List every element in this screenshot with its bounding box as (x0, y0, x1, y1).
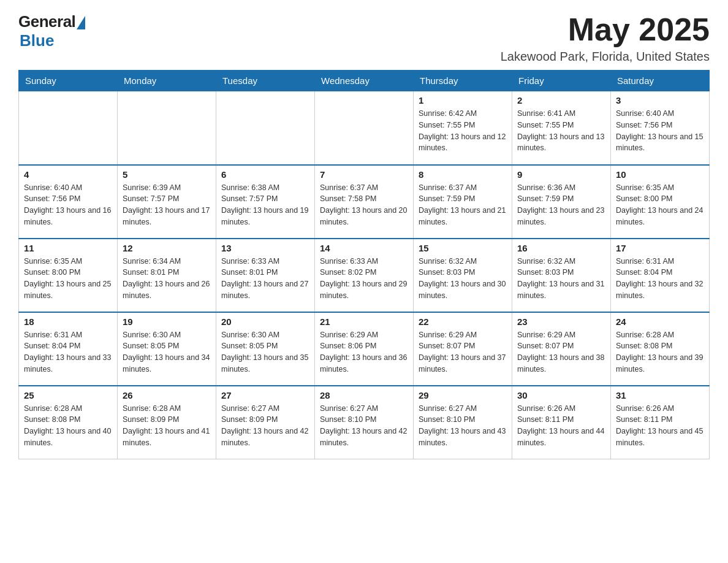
day-number: 28 (320, 390, 408, 400)
calendar-cell: 1Sunrise: 6:42 AM Sunset: 7:55 PM Daylig… (414, 91, 512, 165)
day-number: 23 (517, 316, 605, 327)
day-info: Sunrise: 6:40 AM Sunset: 7:56 PM Dayligh… (616, 108, 704, 154)
day-number: 15 (419, 243, 507, 253)
day-number: 5 (123, 169, 211, 180)
day-number: 29 (419, 390, 507, 400)
weekday-header-wednesday: Wednesday (315, 71, 414, 91)
day-number: 9 (517, 169, 605, 180)
calendar-cell: 25Sunrise: 6:28 AM Sunset: 8:08 PM Dayli… (19, 386, 118, 459)
day-info: Sunrise: 6:32 AM Sunset: 8:03 PM Dayligh… (517, 256, 605, 302)
logo-triangle-icon (77, 16, 85, 29)
day-info: Sunrise: 6:28 AM Sunset: 8:09 PM Dayligh… (123, 403, 211, 449)
day-info: Sunrise: 6:33 AM Sunset: 8:01 PM Dayligh… (221, 256, 309, 302)
logo-general-text: General (18, 12, 75, 31)
day-info: Sunrise: 6:31 AM Sunset: 8:04 PM Dayligh… (24, 329, 112, 375)
calendar-cell: 2Sunrise: 6:41 AM Sunset: 7:55 PM Daylig… (512, 91, 611, 165)
calendar-cell: 29Sunrise: 6:27 AM Sunset: 8:10 PM Dayli… (414, 386, 512, 459)
day-number: 25 (24, 390, 112, 400)
day-number: 17 (616, 243, 704, 253)
calendar-cell: 15Sunrise: 6:32 AM Sunset: 8:03 PM Dayli… (414, 239, 512, 312)
day-number: 20 (221, 316, 309, 327)
day-number: 7 (320, 169, 408, 180)
day-info: Sunrise: 6:26 AM Sunset: 8:11 PM Dayligh… (517, 403, 605, 449)
weekday-header-thursday: Thursday (414, 71, 512, 91)
calendar-cell: 28Sunrise: 6:27 AM Sunset: 8:10 PM Dayli… (315, 386, 414, 459)
day-info: Sunrise: 6:34 AM Sunset: 8:01 PM Dayligh… (123, 256, 211, 302)
weekday-header-tuesday: Tuesday (216, 71, 315, 91)
calendar-cell: 26Sunrise: 6:28 AM Sunset: 8:09 PM Dayli… (118, 386, 216, 459)
logo-blue-text: Blue (20, 31, 54, 50)
calendar-cell: 22Sunrise: 6:29 AM Sunset: 8:07 PM Dayli… (414, 312, 512, 386)
calendar-cell (216, 91, 315, 165)
day-number: 27 (221, 390, 309, 400)
day-number: 10 (616, 169, 704, 180)
calendar-week-row: 1Sunrise: 6:42 AM Sunset: 7:55 PM Daylig… (19, 91, 710, 165)
day-info: Sunrise: 6:29 AM Sunset: 8:06 PM Dayligh… (320, 329, 408, 375)
calendar-cell: 8Sunrise: 6:37 AM Sunset: 7:59 PM Daylig… (414, 165, 512, 239)
weekday-header-sunday: Sunday (19, 71, 118, 91)
day-info: Sunrise: 6:36 AM Sunset: 7:59 PM Dayligh… (517, 182, 605, 228)
calendar-cell: 18Sunrise: 6:31 AM Sunset: 8:04 PM Dayli… (19, 312, 118, 386)
calendar-cell: 23Sunrise: 6:29 AM Sunset: 8:07 PM Dayli… (512, 312, 611, 386)
day-number: 21 (320, 316, 408, 327)
weekday-header-monday: Monday (118, 71, 216, 91)
day-number: 22 (419, 316, 507, 327)
calendar-cell: 20Sunrise: 6:30 AM Sunset: 8:05 PM Dayli… (216, 312, 315, 386)
weekday-header-friday: Friday (512, 71, 611, 91)
calendar-week-row: 25Sunrise: 6:28 AM Sunset: 8:08 PM Dayli… (19, 386, 710, 459)
calendar-cell: 27Sunrise: 6:27 AM Sunset: 8:09 PM Dayli… (216, 386, 315, 459)
day-info: Sunrise: 6:29 AM Sunset: 8:07 PM Dayligh… (419, 329, 507, 375)
day-number: 13 (221, 243, 309, 253)
day-info: Sunrise: 6:28 AM Sunset: 8:08 PM Dayligh… (616, 329, 704, 375)
calendar-cell: 17Sunrise: 6:31 AM Sunset: 8:04 PM Dayli… (611, 239, 710, 312)
calendar-cell: 24Sunrise: 6:28 AM Sunset: 8:08 PM Dayli… (611, 312, 710, 386)
day-info: Sunrise: 6:30 AM Sunset: 8:05 PM Dayligh… (221, 329, 309, 375)
day-info: Sunrise: 6:30 AM Sunset: 8:05 PM Dayligh… (123, 329, 211, 375)
calendar-cell (315, 91, 414, 165)
calendar-cell: 19Sunrise: 6:30 AM Sunset: 8:05 PM Dayli… (118, 312, 216, 386)
day-number: 30 (517, 390, 605, 400)
page-header: General Blue May 2025 Lakewood Park, Flo… (18, 12, 710, 64)
day-number: 1 (419, 95, 507, 105)
day-info: Sunrise: 6:39 AM Sunset: 7:57 PM Dayligh… (123, 182, 211, 228)
calendar-body: 1Sunrise: 6:42 AM Sunset: 7:55 PM Daylig… (19, 91, 710, 459)
calendar-cell (19, 91, 118, 165)
day-info: Sunrise: 6:32 AM Sunset: 8:03 PM Dayligh… (419, 256, 507, 302)
calendar-cell: 21Sunrise: 6:29 AM Sunset: 8:06 PM Dayli… (315, 312, 414, 386)
day-info: Sunrise: 6:37 AM Sunset: 7:59 PM Dayligh… (419, 182, 507, 228)
day-info: Sunrise: 6:31 AM Sunset: 8:04 PM Dayligh… (616, 256, 704, 302)
day-number: 6 (221, 169, 309, 180)
day-info: Sunrise: 6:33 AM Sunset: 8:02 PM Dayligh… (320, 256, 408, 302)
calendar-cell: 31Sunrise: 6:26 AM Sunset: 8:11 PM Dayli… (611, 386, 710, 459)
calendar-cell: 12Sunrise: 6:34 AM Sunset: 8:01 PM Dayli… (118, 239, 216, 312)
day-number: 3 (616, 95, 704, 105)
day-info: Sunrise: 6:27 AM Sunset: 8:10 PM Dayligh… (320, 403, 408, 449)
logo: General Blue (18, 12, 85, 50)
calendar-cell: 6Sunrise: 6:38 AM Sunset: 7:57 PM Daylig… (216, 165, 315, 239)
calendar-cell: 5Sunrise: 6:39 AM Sunset: 7:57 PM Daylig… (118, 165, 216, 239)
day-info: Sunrise: 6:37 AM Sunset: 7:58 PM Dayligh… (320, 182, 408, 228)
calendar-cell: 30Sunrise: 6:26 AM Sunset: 8:11 PM Dayli… (512, 386, 611, 459)
calendar-week-row: 18Sunrise: 6:31 AM Sunset: 8:04 PM Dayli… (19, 312, 710, 386)
calendar-week-row: 11Sunrise: 6:35 AM Sunset: 8:00 PM Dayli… (19, 239, 710, 312)
day-number: 18 (24, 316, 112, 327)
day-number: 31 (616, 390, 704, 400)
day-info: Sunrise: 6:41 AM Sunset: 7:55 PM Dayligh… (517, 108, 605, 154)
title-section: May 2025 Lakewood Park, Florida, United … (501, 12, 710, 64)
day-number: 8 (419, 169, 507, 180)
day-number: 11 (24, 243, 112, 253)
calendar-cell: 10Sunrise: 6:35 AM Sunset: 8:00 PM Dayli… (611, 165, 710, 239)
day-info: Sunrise: 6:28 AM Sunset: 8:08 PM Dayligh… (24, 403, 112, 449)
day-number: 12 (123, 243, 211, 253)
day-info: Sunrise: 6:42 AM Sunset: 7:55 PM Dayligh… (419, 108, 507, 154)
day-number: 16 (517, 243, 605, 253)
calendar-cell: 9Sunrise: 6:36 AM Sunset: 7:59 PM Daylig… (512, 165, 611, 239)
day-number: 19 (123, 316, 211, 327)
day-info: Sunrise: 6:38 AM Sunset: 7:57 PM Dayligh… (221, 182, 309, 228)
day-number: 14 (320, 243, 408, 253)
day-info: Sunrise: 6:27 AM Sunset: 8:10 PM Dayligh… (419, 403, 507, 449)
day-number: 4 (24, 169, 112, 180)
calendar-cell (118, 91, 216, 165)
calendar-cell: 16Sunrise: 6:32 AM Sunset: 8:03 PM Dayli… (512, 239, 611, 312)
day-info: Sunrise: 6:27 AM Sunset: 8:09 PM Dayligh… (221, 403, 309, 449)
